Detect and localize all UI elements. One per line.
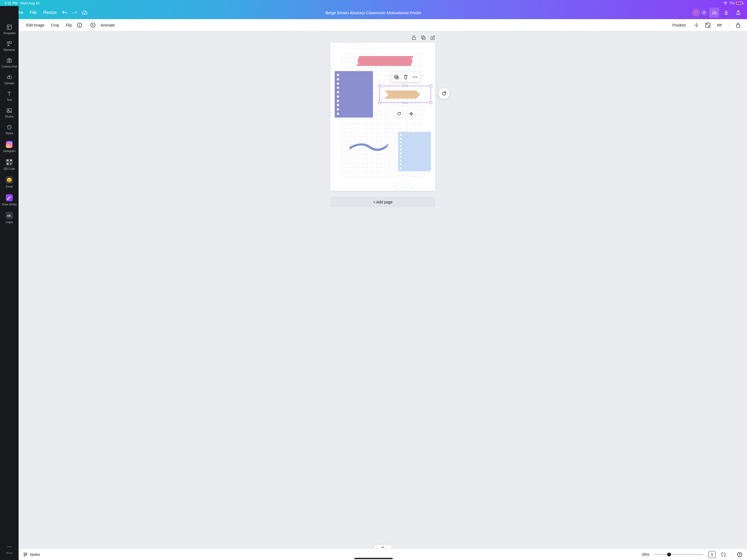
edit-image-button[interactable]: Edit image	[23, 21, 48, 29]
svg-rect-22	[6, 159, 8, 161]
svg-point-15	[7, 125, 11, 129]
home-indicator	[354, 558, 393, 559]
svg-point-55	[360, 48, 360, 49]
redo-button[interactable]	[70, 8, 80, 18]
nudge-icon[interactable]	[692, 21, 701, 29]
cloud-sync-icon[interactable]	[80, 8, 89, 18]
svg-point-66	[413, 184, 414, 184]
sidebar-item-templates[interactable]: Templates	[0, 21, 19, 38]
notes-button[interactable]: Notes	[23, 552, 40, 557]
svg-point-82	[413, 77, 414, 78]
sidebar-item-instagram[interactable]: Instagram	[0, 138, 19, 156]
qr-icon	[6, 159, 13, 166]
info-icon[interactable]	[75, 21, 84, 29]
sidebar-item-emoji[interactable]: 😄 Emoji	[0, 174, 19, 192]
svg-point-1	[79, 24, 80, 24]
svg-point-70	[403, 188, 404, 188]
svg-point-67	[394, 187, 394, 187]
duplicate-page-button[interactable]	[420, 35, 426, 41]
svg-rect-6	[708, 25, 710, 27]
svg-point-52	[370, 46, 370, 46]
selection-frame[interactable]	[380, 86, 431, 103]
svg-rect-25	[10, 163, 11, 164]
svg-point-62	[403, 184, 403, 184]
sidebar-item-styles[interactable]: Styles	[0, 121, 19, 138]
sidebar-item-text[interactable]: Text	[0, 88, 19, 105]
canvas-workspace[interactable]: + Add page	[19, 31, 747, 549]
animate-button[interactable]: Animate	[97, 21, 118, 29]
sidebar-item-more[interactable]: More	[0, 541, 19, 558]
draw-icon	[6, 194, 13, 201]
svg-point-3	[696, 25, 697, 25]
regenerate-button[interactable]	[439, 88, 449, 99]
blue-note-element[interactable]	[398, 132, 431, 171]
sidebar-label: Logos	[5, 221, 13, 224]
svg-point-35	[351, 43, 351, 43]
svg-rect-11	[7, 59, 12, 62]
lock-page-button[interactable]	[411, 35, 417, 41]
svg-point-12	[8, 60, 10, 61]
svg-point-45	[352, 45, 352, 45]
link-icon[interactable]	[715, 21, 724, 29]
resize-button[interactable]: Resize	[40, 8, 60, 17]
svg-rect-31	[412, 37, 416, 40]
sidebar-item-logos[interactable]: co. Logos	[0, 209, 19, 227]
svg-rect-24	[6, 163, 8, 165]
fullscreen-button[interactable]	[720, 552, 726, 558]
svg-point-57	[366, 48, 366, 49]
design-page[interactable]	[330, 43, 435, 191]
svg-point-9	[7, 42, 9, 43]
svg-point-84	[416, 77, 417, 78]
pink-brush-element[interactable]	[358, 57, 412, 65]
user-avatar[interactable]: ST	[692, 9, 700, 17]
insights-button[interactable]	[709, 8, 719, 18]
more-options-button[interactable]	[412, 74, 418, 80]
sidebar-label: Camera Roll	[2, 65, 17, 68]
add-page-above-button[interactable]	[430, 35, 435, 41]
expand-pages-button[interactable]	[374, 545, 391, 549]
move-handle[interactable]	[407, 110, 415, 118]
sidebar-item-photos[interactable]: Photos	[0, 105, 19, 121]
zoom-slider[interactable]	[654, 554, 703, 555]
svg-point-21	[10, 143, 11, 143]
download-button[interactable]	[721, 8, 731, 18]
svg-point-51	[367, 45, 368, 45]
crop-button[interactable]: Crop	[48, 21, 62, 29]
sidebar-label: Text	[7, 98, 12, 101]
zoom-percent: 26%	[642, 552, 649, 557]
position-button[interactable]: Position	[669, 21, 689, 29]
purple-note-element[interactable]	[335, 71, 373, 118]
sidebar-item-draw[interactable]: Draw (Beta)	[0, 192, 19, 209]
svg-point-41	[363, 43, 364, 43]
sidebar-label: More	[6, 552, 12, 555]
blue-swoosh-element[interactable]	[349, 140, 389, 151]
animate-icon	[88, 21, 97, 29]
delete-button[interactable]	[403, 74, 409, 80]
flip-button[interactable]: Flip	[62, 21, 75, 29]
sidebar-item-camera-roll[interactable]: Camera Roll	[0, 55, 19, 71]
logos-icon: co.	[6, 212, 13, 219]
file-menu[interactable]: File	[27, 8, 40, 17]
help-button[interactable]	[737, 552, 743, 558]
page-count-badge[interactable]: 1	[709, 551, 716, 558]
svg-rect-33	[422, 37, 425, 40]
selection-context-toolbar	[391, 73, 420, 82]
doc-title[interactable]: Beige Brown Abstract Classroom Motivatio…	[326, 10, 422, 15]
add-collaborator-button[interactable]: +	[701, 9, 707, 16]
svg-rect-10	[9, 42, 11, 43]
svg-point-28	[7, 546, 8, 548]
undo-button[interactable]	[60, 8, 70, 18]
duplicate-button[interactable]	[393, 74, 400, 80]
add-page-button[interactable]: + Add page	[330, 197, 435, 207]
rotate-handle[interactable]	[395, 110, 403, 118]
sidebar-item-uploads[interactable]: Uploads	[0, 71, 19, 88]
share-button[interactable]	[733, 8, 743, 18]
beige-ribbon-element[interactable]	[385, 91, 423, 99]
sidebar-label: Templates	[3, 32, 16, 35]
sidebar-item-elements[interactable]: Elements	[0, 38, 19, 55]
sidebar-item-qrcode[interactable]: QR Code	[0, 156, 19, 174]
context-toolbar: Edit image Crop Flip Animate Position	[19, 19, 747, 31]
transparency-icon[interactable]	[703, 21, 712, 29]
lock-icon[interactable]	[734, 21, 743, 29]
svg-rect-27	[10, 164, 11, 165]
